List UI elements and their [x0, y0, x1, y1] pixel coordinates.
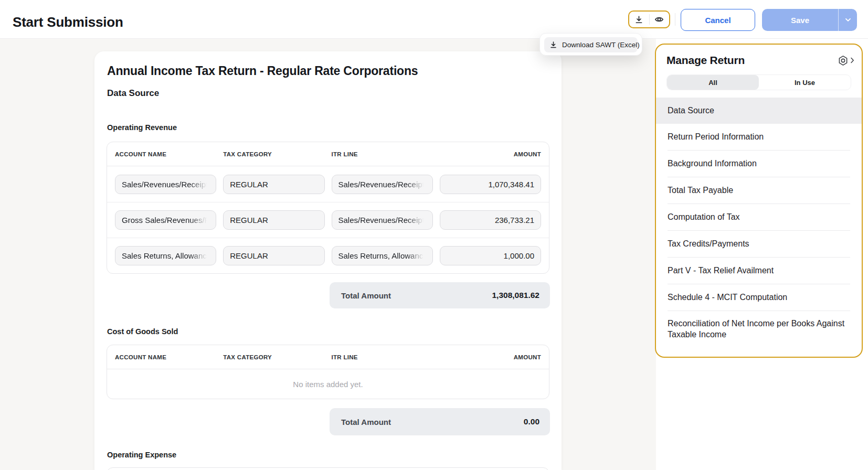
field-value: 1,000.00 [447, 251, 534, 260]
tab-all[interactable]: All [667, 75, 759, 90]
chevron-right-icon [850, 57, 854, 63]
table-row: Gross Sales/Revenues/Fees REGULAR Sales/… [107, 202, 549, 238]
nav-item-background-information[interactable]: Background Information [668, 151, 850, 177]
account-name-field[interactable]: Sales/Revenues/Receipts/Fees [115, 175, 216, 194]
account-name-field[interactable]: Gross Sales/Revenues/Fees [115, 210, 216, 230]
operating-revenue-table: ACCOUNT NAME TAX CATEGORY ITR LINE AMOUN… [107, 142, 549, 274]
field-value: Sales/Revenues/Receipts/Fees [122, 180, 209, 189]
nav-item-computation-of-tax[interactable]: Computation of Tax [668, 204, 850, 231]
column-header-amount: AMOUNT [440, 354, 541, 360]
empty-state-text: No items added yet. [107, 369, 549, 399]
download-icon [634, 15, 643, 24]
group-label-cost-of-goods-sold: Cost of Goods Sold [107, 327, 178, 336]
nav-item-schedule-4-mcit-computation[interactable]: Schedule 4 - MCIT Computation [668, 284, 850, 311]
itr-line-field[interactable]: Sales Returns, Allowances and Discounts [332, 246, 433, 265]
nav-item-part-v-tax-relief-availment[interactable]: Part V - Tax Relief Availment [668, 258, 850, 284]
filter-tabs: All In Use [666, 74, 851, 90]
save-button-label[interactable]: Save [762, 16, 838, 25]
download-icon [549, 41, 557, 49]
group-label-operating-expense: Operating Expense [107, 451, 176, 459]
save-options-button[interactable] [839, 9, 857, 31]
nav-item-reconciliation-net-income[interactable]: Reconciliation of Net Income per Books A… [668, 311, 850, 348]
table-row: Sales Returns, Allowances and Discounts … [107, 238, 549, 273]
field-value: REGULAR [230, 216, 317, 225]
field-value: 1,070,348.41 [447, 180, 534, 189]
chevron-down-icon [845, 18, 851, 22]
tax-category-field[interactable]: REGULAR [223, 175, 324, 194]
nav-item-return-period-information[interactable]: Return Period Information [668, 124, 850, 151]
form-title: Annual Income Tax Return - Regular Rate … [107, 64, 418, 78]
table-header-row: ACCOUNT NAME TAX CATEGORY ITR LINE AMOUN… [107, 142, 549, 166]
panel-header: Manage Return [666, 52, 854, 69]
amount-field[interactable]: 236,733.21 [440, 210, 541, 230]
field-value: 236,733.21 [447, 216, 534, 225]
operating-revenue-total-bar: Total Amount 1,308,081.62 [330, 282, 550, 308]
manage-return-panel: Manage Return All In Use Data Source Ret… [655, 44, 863, 358]
field-value: Sales Returns, Allowances and Discounts [338, 251, 426, 260]
column-header-itr-line: ITR LINE [332, 354, 433, 360]
tax-category-field[interactable]: REGULAR [223, 246, 324, 265]
operating-expense-table [107, 467, 549, 470]
page-title: Start Submission [13, 14, 123, 30]
total-value: 1,308,081.62 [492, 291, 539, 300]
total-value: 0.00 [524, 417, 539, 426]
column-header-itr-line: ITR LINE [332, 151, 433, 157]
table-row: Sales/Revenues/Receipts/Fees REGULAR Sal… [107, 166, 549, 202]
total-label: Total Amount [341, 418, 391, 426]
field-value: Sales Returns, Allowances and Discounts [122, 251, 209, 260]
top-header: Start Submission Cancel Save [0, 0, 868, 39]
field-value: REGULAR [230, 251, 317, 260]
column-header-tax-category: TAX CATEGORY [223, 151, 324, 157]
preview-button[interactable] [650, 12, 670, 27]
amount-field[interactable]: 1,000.00 [440, 246, 541, 265]
menu-item-label: Download SAWT (Excel) [562, 41, 640, 49]
download-menu: Download SAWT (Excel) [539, 33, 642, 56]
itr-line-field[interactable]: Sales/Revenues/Receipts/Fees [332, 210, 433, 230]
column-header-amount: AMOUNT [440, 151, 541, 157]
return-sections-list: Data Source Return Period Information Ba… [656, 98, 862, 348]
return-settings-button[interactable] [837, 55, 854, 67]
section-title-data-source: Data Source [107, 88, 159, 99]
group-label-operating-revenue: Operating Revenue [107, 123, 177, 132]
cancel-button[interactable]: Cancel [681, 9, 755, 31]
tab-in-use[interactable]: In Use [759, 75, 851, 90]
account-name-field[interactable]: Sales Returns, Allowances and Discounts [115, 246, 216, 265]
nav-item-tax-credits-payments[interactable]: Tax Credits/Payments [668, 231, 850, 258]
menu-item-download-sawt[interactable]: Download SAWT (Excel) [544, 37, 638, 52]
table-header-row: ACCOUNT NAME TAX CATEGORY ITR LINE AMOUN… [107, 345, 549, 369]
cost-of-goods-sold-table: ACCOUNT NAME TAX CATEGORY ITR LINE AMOUN… [107, 345, 549, 399]
column-header-account-name: ACCOUNT NAME [115, 151, 216, 157]
eye-icon [654, 15, 664, 24]
total-label: Total Amount [341, 291, 391, 300]
nav-list: Return Period Information Background Inf… [668, 124, 850, 348]
cost-of-goods-sold-total-bar: Total Amount 0.00 [330, 408, 550, 435]
tax-category-field[interactable]: REGULAR [223, 210, 324, 230]
toolbar-divider [675, 13, 675, 26]
column-header-tax-category: TAX CATEGORY [223, 354, 324, 360]
form-card: Annual Income Tax Return - Regular Rate … [94, 51, 562, 470]
field-value: REGULAR [230, 180, 317, 189]
export-preview-button-group [628, 10, 670, 28]
download-button[interactable] [629, 12, 649, 27]
itr-line-field[interactable]: Sales/Revenues/Receipts/Fees [332, 175, 433, 194]
settings-nut-icon [837, 55, 849, 67]
nav-item-data-source[interactable]: Data Source [656, 98, 862, 124]
panel-title: Manage Return [666, 54, 745, 67]
nav-item-total-tax-payable[interactable]: Total Tax Payable [668, 177, 850, 204]
amount-field[interactable]: 1,070,348.41 [440, 175, 541, 194]
save-split-button[interactable]: Save [762, 9, 857, 31]
app-window: Start Submission Cancel Save [0, 0, 868, 470]
column-header-account-name: ACCOUNT NAME [115, 354, 216, 360]
field-value: Gross Sales/Revenues/Fees [122, 216, 209, 225]
field-value: Sales/Revenues/Receipts/Fees [338, 216, 426, 225]
field-value: Sales/Revenues/Receipts/Fees [338, 180, 426, 189]
